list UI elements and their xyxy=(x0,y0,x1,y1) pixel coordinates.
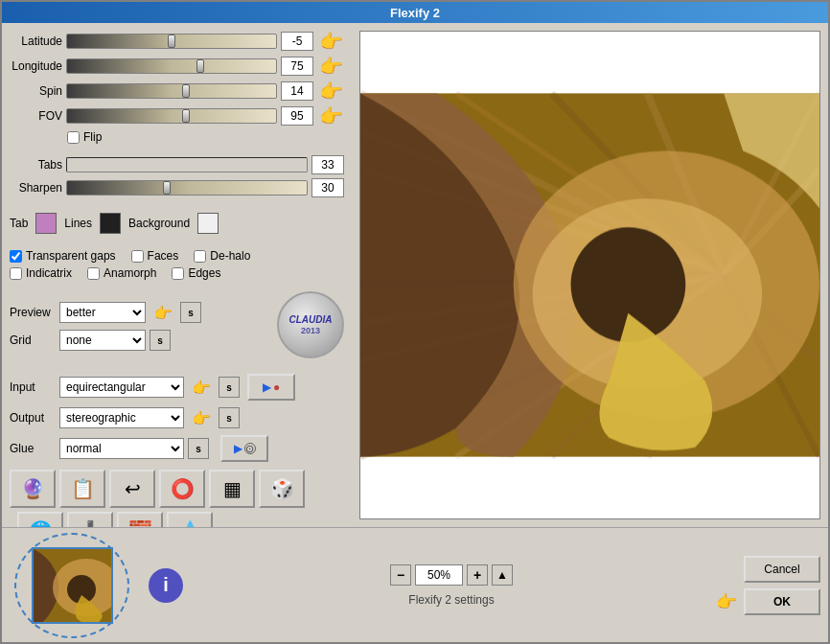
preview-image xyxy=(359,31,820,519)
sharpen-value[interactable]: 30 xyxy=(311,178,344,197)
latitude-thumb[interactable] xyxy=(168,34,175,48)
anamorph-label[interactable]: Anamorph xyxy=(87,266,156,280)
tool-icon-5: 🎲 xyxy=(270,477,294,500)
info-button[interactable]: i xyxy=(149,568,183,603)
faces-label[interactable]: Faces xyxy=(131,249,179,263)
de-halo-checkbox[interactable] xyxy=(194,250,206,263)
fov-slider[interactable] xyxy=(66,108,277,124)
indicatrix-text: Indicatrix xyxy=(26,266,72,280)
io-play-record-btn[interactable]: ▶ ● xyxy=(247,374,295,401)
tool-btn-2[interactable]: ↩ xyxy=(109,470,155,508)
output-reset-btn[interactable]: s xyxy=(219,407,240,428)
preview-grid-controls: Preview better none normal best 👉 s Grid xyxy=(10,299,269,351)
anamorph-checkbox[interactable] xyxy=(87,267,100,280)
settings-label: Flexify 2 settings xyxy=(408,593,494,607)
spin-label: Spin xyxy=(10,84,62,98)
edges-checkbox[interactable] xyxy=(172,267,184,280)
longitude-label: Longitude xyxy=(10,59,62,73)
flip-label: Flip xyxy=(83,130,102,144)
background-color-swatch[interactable] xyxy=(197,213,219,234)
latitude-slider[interactable] xyxy=(66,34,277,49)
fov-thumb[interactable] xyxy=(182,109,190,123)
transparent-gaps-text: Transparent gaps xyxy=(26,249,116,263)
longitude-value[interactable]: 75 xyxy=(281,57,313,76)
flip-checkbox[interactable] xyxy=(67,131,80,144)
tabs-label: Tabs xyxy=(10,158,62,172)
tool-btn-7[interactable]: ➕ xyxy=(67,512,113,527)
preview-svg xyxy=(360,32,819,518)
longitude-pointer: 👉 xyxy=(317,53,344,80)
de-halo-text: De-halo xyxy=(210,249,250,263)
glue-select[interactable]: normal blend xyxy=(59,438,184,459)
input-reset-btn[interactable]: s xyxy=(219,377,240,398)
tool-btn-6[interactable]: 🌐 xyxy=(17,512,63,527)
tool-btn-3[interactable]: ⭕ xyxy=(159,470,205,508)
edges-label[interactable]: Edges xyxy=(172,266,220,280)
spin-thumb[interactable] xyxy=(182,84,190,98)
longitude-slider[interactable] xyxy=(66,58,277,74)
latitude-value[interactable]: -5 xyxy=(281,32,313,51)
indicatrix-checkbox[interactable] xyxy=(10,267,22,280)
spin-row: Spin 14 👉 xyxy=(10,80,344,102)
longitude-row: Longitude 75 👉 xyxy=(10,56,344,77)
input-hand: 👉 xyxy=(188,374,215,401)
preview-reset-btn[interactable]: s xyxy=(180,302,201,323)
indicatrix-label[interactable]: Indicatrix xyxy=(10,266,72,280)
preview-grid-container: Preview better none normal best 👉 s Grid xyxy=(10,291,344,358)
tabs-value[interactable]: 33 xyxy=(311,155,344,174)
longitude-thumb[interactable] xyxy=(196,59,204,73)
checkbox-row-2: Indicatrix Anamorph Edges xyxy=(10,266,344,280)
io-play-circle-btn[interactable]: ▶ ⊙ xyxy=(220,435,268,462)
checkbox-row-1: Transparent gaps Faces De-halo xyxy=(10,249,344,263)
grid-select[interactable]: none standard fine xyxy=(59,330,146,351)
preview-row: Preview better none normal best 👉 s xyxy=(10,299,269,326)
lines-color-label: Lines xyxy=(64,217,92,230)
transparent-gaps-label[interactable]: Transparent gaps xyxy=(10,249,116,263)
window-title: Flexify 2 xyxy=(390,6,440,20)
flip-row: Flip xyxy=(10,130,344,144)
thumbnail-area xyxy=(10,533,134,638)
tool-icon-6: 🌐 xyxy=(29,519,53,527)
tool-btn-8[interactable]: 🧱 xyxy=(117,512,163,527)
tabs-row: Tabs 33 xyxy=(10,155,344,174)
spin-slider[interactable] xyxy=(66,83,277,99)
tool-icon-2: ↩ xyxy=(125,477,141,500)
lines-color-swatch[interactable] xyxy=(100,213,121,234)
sharpen-thumb[interactable] xyxy=(163,181,171,195)
tool-btn-4[interactable]: ▦ xyxy=(209,470,255,508)
claudia-text-2: 2013 xyxy=(289,326,333,336)
sharpen-label: Sharpen xyxy=(10,181,62,195)
zoom-minus-btn[interactable]: − xyxy=(390,564,411,586)
zoom-plus-btn[interactable]: + xyxy=(467,564,488,586)
sharpen-slider[interactable] xyxy=(66,180,308,196)
input-row: Input equirectangular stereographic 👉 s … xyxy=(10,374,344,401)
grid-reset-btn[interactable]: s xyxy=(150,330,171,351)
latitude-pointer: 👉 xyxy=(317,28,344,55)
fov-label: FOV xyxy=(10,109,62,123)
tabs-slider[interactable] xyxy=(66,157,308,172)
tool-btn-9[interactable]: 💧 xyxy=(167,512,213,527)
tool-btn-0[interactable]: 🔮 xyxy=(10,470,56,508)
zoom-up-btn[interactable]: ▲ xyxy=(492,564,513,586)
left-panel: Latitude -5 👉 Longitude 75 👉 Spin xyxy=(2,23,352,527)
zoom-value-input[interactable] xyxy=(415,564,463,586)
tab-color-label: Tab xyxy=(10,217,28,230)
bottom-section: i − + ▲ Flexify 2 settings Cancel 👉 OK xyxy=(2,527,828,642)
output-select[interactable]: stereographic equirectangular xyxy=(59,407,184,428)
tool-btn-1[interactable]: 📋 xyxy=(59,470,105,508)
cancel-button[interactable]: Cancel xyxy=(744,556,820,583)
input-select[interactable]: equirectangular stereographic xyxy=(59,377,184,398)
preview-select[interactable]: better none normal best xyxy=(59,302,146,323)
tab-color-swatch[interactable] xyxy=(35,213,57,234)
de-halo-label[interactable]: De-halo xyxy=(194,249,250,263)
tool-icon-8: 🧱 xyxy=(128,519,152,527)
spin-value[interactable]: 14 xyxy=(281,81,313,101)
flip-checkbox-label[interactable]: Flip xyxy=(67,130,102,144)
glue-reset-btn[interactable]: s xyxy=(188,438,209,459)
transparent-gaps-checkbox[interactable] xyxy=(10,250,22,263)
zoom-controls: − + ▲ xyxy=(390,564,513,586)
fov-value[interactable]: 95 xyxy=(281,106,313,126)
ok-button[interactable]: OK xyxy=(744,588,820,615)
tool-btn-5[interactable]: 🎲 xyxy=(259,470,305,508)
faces-checkbox[interactable] xyxy=(131,250,144,263)
